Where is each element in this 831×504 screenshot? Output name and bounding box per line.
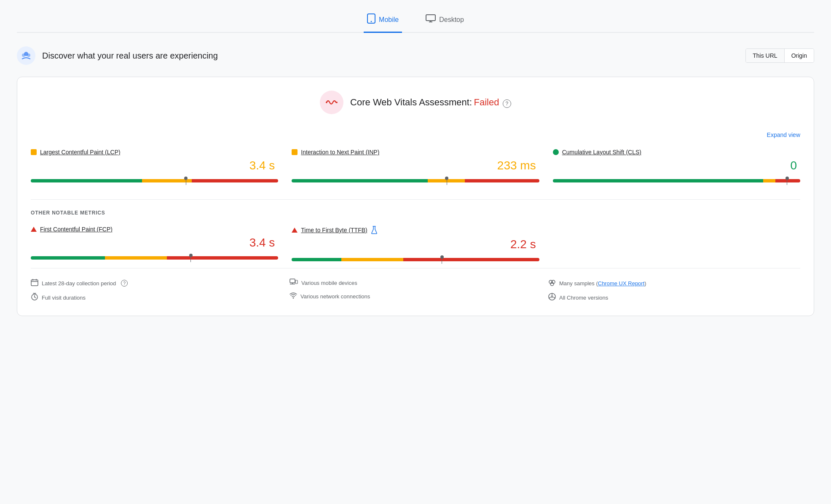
tab-mobile[interactable]: Mobile [364, 8, 402, 33]
footer-item-collection: Latest 28-day collection period ? [31, 279, 283, 288]
svg-rect-10 [31, 280, 38, 286]
cls-marker [785, 177, 789, 185]
cls-bar-wrapper [553, 176, 800, 186]
collection-help-icon[interactable]: ? [121, 280, 128, 287]
desktop-icon [426, 14, 436, 25]
header-left: Discover what your real users are experi… [17, 46, 218, 65]
cls-value: 0 [553, 159, 800, 172]
inp-bar-wrapper [292, 176, 539, 186]
ttfb-marker [440, 256, 444, 264]
metric-fcp-label: First Contentful Paint (FCP) [31, 226, 278, 233]
header-section: Discover what your real users are experi… [17, 43, 814, 68]
cls-link[interactable]: Cumulative Layout Shift (CLS) [562, 149, 641, 155]
core-metrics-grid: Largest Contentful Paint (LCP) 3.4 s [31, 149, 800, 186]
expand-view-link[interactable]: Expand view [767, 131, 800, 138]
ttfb-bar-green [292, 258, 341, 261]
ttfb-bar-wrapper [292, 255, 539, 265]
footer-chrome-text: All Chrome versions [559, 295, 608, 301]
footer-item-devices: Various mobile devices [290, 279, 541, 287]
metric-lcp-label: Largest Contentful Paint (LCP) [31, 149, 278, 155]
this-url-button[interactable]: This URL [746, 49, 784, 62]
metric-cls-label: Cumulative Layout Shift (CLS) [553, 149, 800, 155]
other-metrics-grid: First Contentful Paint (FCP) 3.4 s [31, 226, 800, 265]
header-avatar [17, 46, 35, 65]
other-metrics-label: OTHER NOTABLE METRICS [31, 210, 800, 216]
chrome-ux-link[interactable]: Chrome UX Report [598, 280, 645, 287]
tab-mobile-label: Mobile [379, 16, 399, 24]
footer-collection-text: Latest 28-day collection period [42, 280, 116, 287]
calendar-icon [31, 279, 38, 288]
mobile-icon [367, 13, 375, 26]
cls-bar-green [553, 179, 763, 182]
footer-item-network: Various network connections [290, 292, 541, 300]
inp-bar-red [465, 179, 539, 182]
url-toggle: This URL Origin [745, 48, 814, 63]
metrics-divider [31, 199, 800, 200]
fcp-bar-wrapper [31, 253, 278, 263]
svg-point-1 [371, 21, 372, 22]
inp-marker [445, 177, 448, 185]
svg-point-6 [22, 54, 25, 57]
footer-devices-text: Various mobile devices [301, 280, 357, 286]
chrome-icon [548, 293, 556, 302]
lcp-bar-green [31, 179, 142, 182]
metric-inp-label: Interaction to Next Paint (INP) [292, 149, 539, 155]
inp-progress-bar [292, 179, 539, 182]
assessment-help-icon[interactable]: ? [503, 99, 511, 108]
fcp-triangle-icon [31, 227, 37, 232]
lcp-dot [31, 149, 37, 155]
metric-inp: Interaction to Next Paint (INP) 233 ms [292, 149, 539, 186]
inp-dot [292, 149, 298, 155]
svg-point-27 [551, 295, 553, 298]
fcp-bar-green [31, 256, 105, 260]
footer-visits-text: Full visit durations [42, 295, 86, 301]
assessment-status: Failed [474, 97, 499, 107]
footer-item-chrome: All Chrome versions [548, 293, 800, 302]
footer-item-samples: Many samples (Chrome UX Report) [548, 279, 800, 288]
metric-ttfb: Time to First Byte (TTFB) 2.2 s [292, 226, 539, 265]
fcp-bar-orange [105, 256, 167, 260]
main-card: Core Web Vitals Assessment: Failed ? Exp… [17, 77, 814, 316]
fcp-link[interactable]: First Contentful Paint (FCP) [40, 226, 113, 233]
tab-bar: Mobile Desktop [17, 8, 814, 33]
lcp-bar-red [192, 179, 279, 182]
svg-point-8 [326, 102, 327, 103]
inp-link[interactable]: Interaction to Next Paint (INP) [301, 149, 379, 155]
svg-point-7 [27, 54, 30, 57]
lcp-link[interactable]: Largest Contentful Paint (LCP) [40, 149, 121, 155]
footer-col-1: Latest 28-day collection period ? Full v… [31, 279, 283, 302]
header-title: Discover what your real users are experi… [42, 51, 218, 61]
svg-rect-18 [290, 279, 295, 283]
ttfb-bar-red [403, 258, 539, 261]
flask-icon [371, 226, 378, 234]
tab-desktop-label: Desktop [439, 16, 464, 24]
fcp-bar-red [167, 256, 278, 260]
footer-info: Latest 28-day collection period ? Full v… [31, 268, 800, 302]
footer-item-visits: Full visit durations [31, 293, 283, 302]
ttfb-progress-bar [292, 258, 539, 261]
ttfb-link[interactable]: Time to First Byte (TTFB) [301, 227, 367, 233]
inp-value: 233 ms [292, 159, 539, 172]
footer-col-3: Many samples (Chrome UX Report) All Chro… [548, 279, 800, 302]
svg-rect-2 [426, 15, 435, 21]
expand-view: Expand view [31, 131, 800, 139]
svg-rect-21 [295, 280, 298, 284]
timer-icon [31, 293, 38, 302]
fcp-value: 3.4 s [31, 236, 278, 249]
origin-button[interactable]: Origin [785, 49, 814, 62]
tab-desktop[interactable]: Desktop [422, 8, 467, 33]
ttfb-value: 2.2 s [292, 238, 539, 251]
lcp-marker [184, 177, 188, 185]
metric-lcp: Largest Contentful Paint (LCP) 3.4 s [31, 149, 278, 186]
assessment-title-text: Core Web Vitals Assessment: [350, 97, 472, 107]
network-icon [290, 292, 297, 300]
cls-bar-orange [763, 179, 775, 182]
ttfb-bar-orange [341, 258, 403, 261]
svg-point-22 [293, 298, 294, 299]
fcp-marker [189, 255, 193, 262]
lcp-bar-wrapper [31, 176, 278, 186]
svg-line-16 [35, 297, 36, 298]
lcp-progress-bar [31, 179, 278, 182]
samples-icon [548, 279, 556, 288]
assessment-icon [320, 91, 343, 114]
